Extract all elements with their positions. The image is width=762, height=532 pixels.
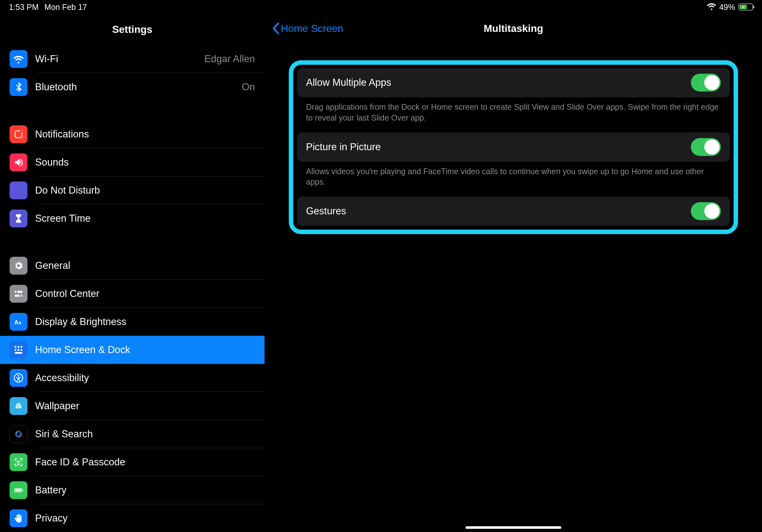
toggles-icon (10, 285, 28, 303)
sidebar-item-label: Bluetooth (35, 81, 234, 93)
sidebar-item-label: General (35, 260, 255, 271)
sidebar-item-label: Display & Brightness (35, 316, 255, 328)
svg-rect-9 (18, 346, 19, 348)
back-button[interactable]: Home Screen (271, 22, 343, 34)
sidebar-item-label: Notifications (35, 129, 255, 140)
hourglass-icon (10, 210, 28, 228)
svg-text:A: A (14, 319, 19, 326)
sidebar-item-label: Siri & Search (35, 428, 255, 440)
sounds-icon (10, 154, 28, 171)
sidebar-item-value: On (242, 81, 255, 93)
sidebar-item-privacy[interactable]: Privacy (0, 504, 265, 532)
sidebar-item-sounds[interactable]: Sounds (0, 148, 265, 176)
toggle-switch[interactable] (691, 138, 721, 156)
accessibility-icon (10, 369, 28, 387)
svg-rect-2 (15, 291, 22, 293)
sidebar-item-battery[interactable]: Battery (0, 476, 265, 504)
sidebar-item-label: Do Not Disturb (35, 185, 255, 196)
setting-row-gestures: Gestures (297, 196, 730, 226)
sidebar-item-screen-time[interactable]: Screen Time (0, 204, 265, 233)
sidebar-item-label: Control Center (35, 288, 255, 299)
toggle-switch[interactable] (691, 202, 721, 220)
svg-point-25 (20, 461, 20, 462)
moon-icon (10, 181, 28, 199)
setting-row-picture-in-picture: Picture in Picture (297, 132, 730, 162)
setting-footer: Drag applications from the Dock or Home … (297, 97, 730, 132)
wifi-status-icon (707, 2, 716, 13)
svg-rect-10 (21, 346, 22, 348)
home-indicator[interactable] (466, 526, 561, 529)
sidebar-item-accessibility[interactable]: Accessibility (0, 364, 265, 392)
setting-label: Picture in Picture (306, 141, 381, 153)
sidebar-item-label: Wi-Fi (35, 53, 196, 65)
svg-point-4 (16, 291, 18, 293)
highlighted-settings-group: Allow Multiple AppsDrag applications fro… (289, 60, 738, 234)
sidebar-item-value: Edgar Allen (204, 53, 255, 65)
toggle-switch[interactable] (691, 74, 721, 92)
battery-icon (10, 481, 28, 499)
sidebar-item-label: Home Screen & Dock (35, 344, 255, 356)
sidebar-item-wi-fi[interactable]: Wi-FiEdgar Allen (0, 45, 265, 73)
sidebar-item-label: Screen Time (35, 213, 255, 224)
svg-point-5 (20, 295, 21, 296)
sidebar-item-face-id-passcode[interactable]: Face ID & Passcode (0, 448, 265, 476)
sidebar-item-siri-search[interactable]: Siri & Search (0, 420, 265, 448)
status-date: Mon Feb 17 (44, 3, 87, 12)
sidebar-item-label: Face ID & Passcode (35, 456, 255, 468)
svg-point-24 (17, 461, 18, 462)
setting-label: Gestures (306, 205, 346, 217)
svg-point-16 (18, 375, 20, 377)
sidebar-item-label: Wallpaper (35, 400, 255, 412)
svg-rect-13 (21, 349, 22, 351)
battery-status-icon: ⚡ (738, 4, 753, 11)
battery-percent: 49% (719, 3, 735, 12)
detail-pane: Home Screen Multitasking Allow Multiple … (265, 0, 762, 532)
notifications-icon (10, 125, 28, 143)
text-size-icon: AA (10, 313, 28, 331)
bluetooth-icon (10, 78, 28, 96)
setting-footer: Allows videos you're playing and FaceTim… (297, 162, 730, 197)
svg-rect-3 (15, 295, 22, 297)
svg-rect-12 (18, 349, 19, 351)
svg-rect-11 (15, 349, 16, 351)
status-time: 1:53 PM (9, 3, 38, 12)
setting-row-allow-multiple-apps: Allow Multiple Apps (297, 68, 730, 97)
wallpaper-icon (10, 397, 28, 415)
svg-rect-14 (15, 352, 22, 354)
setting-label: Allow Multiple Apps (306, 77, 391, 88)
svg-point-1 (19, 131, 22, 134)
svg-rect-27 (16, 489, 21, 491)
sidebar-item-label: Accessibility (35, 372, 255, 384)
sidebar-item-display-brightness[interactable]: AADisplay & Brightness (0, 308, 265, 336)
sidebar-item-wallpaper[interactable]: Wallpaper (0, 392, 265, 420)
faceid-icon (10, 453, 28, 471)
svg-rect-8 (15, 346, 16, 348)
sidebar-item-label: Privacy (35, 512, 255, 524)
sidebar-item-do-not-disturb[interactable]: Do Not Disturb (0, 176, 265, 204)
sidebar-title: Settings (0, 14, 265, 45)
hand-icon (10, 509, 28, 527)
status-bar: 1:53 PM Mon Feb 17 49% ⚡ (0, 0, 762, 14)
sidebar-item-bluetooth[interactable]: BluetoothOn (0, 73, 265, 101)
chevron-left-icon (271, 22, 280, 34)
home-dock-icon (10, 341, 28, 359)
settings-sidebar[interactable]: Settings Wi-FiEdgar AllenBluetoothOnNoti… (0, 0, 265, 532)
wifi-icon (10, 50, 28, 68)
sidebar-item-label: Battery (35, 485, 255, 496)
svg-text:A: A (19, 320, 22, 325)
gear-icon (10, 257, 28, 275)
sidebar-item-label: Sounds (35, 157, 255, 168)
sidebar-item-control-center[interactable]: Control Center (0, 280, 265, 308)
svg-rect-28 (22, 489, 23, 491)
siri-icon (10, 425, 28, 443)
sidebar-item-home-screen-dock[interactable]: Home Screen & Dock (0, 336, 265, 364)
sidebar-item-notifications[interactable]: Notifications (0, 120, 265, 148)
detail-title: Multitasking (484, 23, 543, 34)
sidebar-item-general[interactable]: General (0, 252, 265, 280)
back-label: Home Screen (281, 23, 343, 34)
